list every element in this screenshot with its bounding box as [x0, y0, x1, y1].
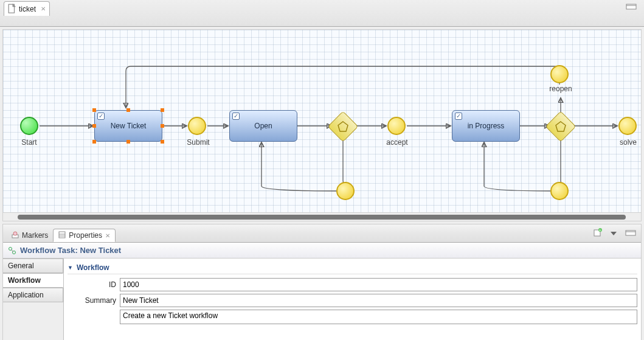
editor-tab-label: ticket — [19, 5, 36, 13]
title-prefix: Workflow Task: — [20, 246, 80, 255]
minimize-icon[interactable] — [625, 229, 636, 238]
event-submit-label: Submit — [183, 138, 213, 147]
side-tab-label: Application — [8, 291, 44, 299]
side-tab-general[interactable]: General — [3, 258, 63, 273]
event-loop-1[interactable] — [336, 182, 355, 200]
tab-properties[interactable]: Properties ✕ — [53, 229, 116, 242]
task-marker-icon: ✓ — [97, 113, 105, 120]
event-reopen[interactable] — [550, 65, 569, 83]
title-item: New Ticket — [80, 246, 121, 255]
workflow-icon — [8, 246, 16, 255]
side-tab-label: General — [8, 262, 34, 270]
task-marker-icon: ✓ — [455, 113, 462, 120]
svg-rect-15 — [59, 232, 65, 238]
task-new-ticket[interactable]: ✓ New Ticket — [94, 110, 162, 142]
view-tabs: Markers Properties ✕ + — [3, 224, 641, 243]
properties-side-tabs: General Workflow Application — [3, 258, 64, 340]
section-header[interactable]: ▼ Workflow — [68, 261, 637, 274]
diagram-canvas[interactable]: Start ✓ New Ticket Submit ✓ Open accept … — [2, 29, 642, 213]
side-tab-application[interactable]: Application — [3, 288, 63, 302]
view-menu-icon[interactable] — [611, 232, 617, 235]
horizontal-scrollbar[interactable] — [2, 213, 642, 221]
event-accept[interactable] — [387, 117, 406, 135]
properties-form: ▼ Workflow ID Summary Create a new Ticke… — [64, 258, 641, 340]
start-label: Start — [16, 138, 42, 147]
file-icon — [8, 5, 16, 13]
editor-tabs: ticket ✕ — [0, 0, 644, 27]
svg-rect-21 — [626, 231, 635, 235]
event-accept-label: accept — [381, 138, 413, 147]
svg-rect-1 — [626, 4, 636, 9]
event-solve[interactable] — [618, 117, 637, 135]
event-reopen-label: reopen — [545, 85, 576, 93]
markers-icon — [12, 231, 19, 240]
minimize-icon[interactable] — [626, 4, 637, 10]
tab-markers[interactable]: Markers — [7, 229, 53, 242]
event-submit[interactable] — [188, 117, 206, 135]
side-tab-workflow[interactable]: Workflow — [3, 273, 63, 288]
properties-title: Workflow Task: New Ticket — [3, 243, 641, 258]
svg-point-14 — [13, 232, 17, 235]
task-open[interactable]: ✓ Open — [229, 110, 297, 142]
close-icon[interactable]: ✕ — [38, 5, 46, 12]
section-title: Workflow — [77, 263, 109, 272]
svg-text:+: + — [599, 228, 601, 232]
description-input[interactable]: Create a new Ticket workflow — [120, 310, 637, 324]
chevron-down-icon: ▼ — [68, 265, 73, 271]
task-label: Open — [254, 122, 272, 130]
task-label: in Progress — [468, 122, 505, 130]
svg-line-25 — [11, 249, 13, 252]
side-tab-label: Workflow — [8, 276, 41, 285]
new-view-icon[interactable]: + — [594, 228, 602, 238]
editor-tab-ticket[interactable]: ticket ✕ — [4, 1, 50, 16]
task-marker-icon: ✓ — [232, 113, 240, 120]
close-icon[interactable]: ✕ — [105, 232, 110, 239]
tab-markers-label: Markers — [22, 231, 48, 240]
event-loop-2[interactable] — [550, 182, 569, 200]
event-solve-label: solve — [614, 138, 642, 147]
bottom-panel: Markers Properties ✕ + Workflow Task: Ne… — [2, 224, 642, 340]
svg-marker-11 — [338, 122, 348, 131]
start-event[interactable] — [20, 117, 38, 135]
task-in-progress[interactable]: ✓ in Progress — [452, 110, 520, 142]
task-label: New Ticket — [111, 122, 147, 130]
svg-marker-12 — [556, 122, 566, 131]
summary-input[interactable] — [120, 294, 637, 307]
id-input[interactable] — [120, 278, 637, 291]
id-label: ID — [68, 280, 116, 289]
summary-label: Summary — [68, 296, 116, 305]
properties-icon — [58, 231, 66, 240]
tab-properties-label: Properties — [69, 231, 102, 240]
